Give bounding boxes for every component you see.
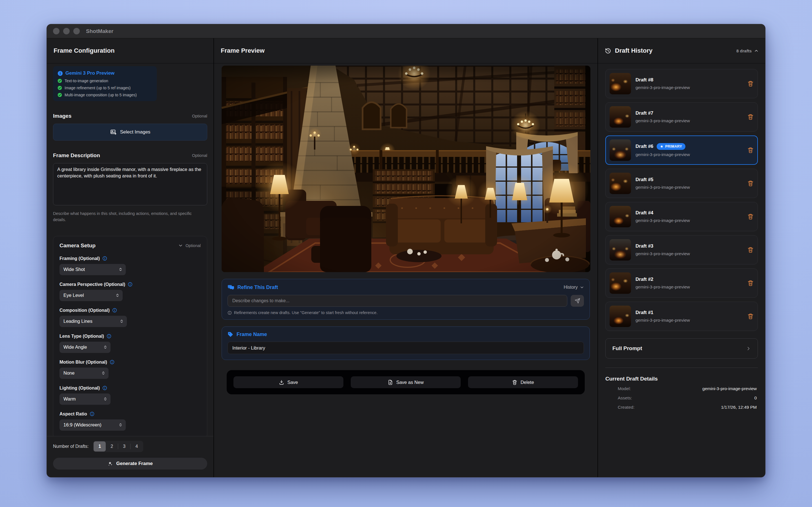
description-optional-label: Optional	[192, 153, 207, 158]
delete-draft-button[interactable]	[748, 214, 754, 220]
delete-draft-button[interactable]	[748, 280, 754, 286]
drafts-count-option-2[interactable]: 2	[106, 441, 118, 452]
detail-row-model: Model: gemini-3-pro-image-preview	[605, 386, 758, 391]
info-icon	[57, 71, 63, 76]
frame-preview-panel: Frame Preview	[214, 38, 598, 477]
draft-item-3[interactable]: Draft #3 gemini-3-pro-image-preview	[605, 235, 758, 265]
draft-item-6-selected[interactable]: Draft #6 PRIMARY gemini-3-pro-image-prev…	[605, 135, 758, 165]
chevron-down-icon	[580, 285, 584, 289]
lighting-label: Lighting (Optional)	[59, 386, 201, 391]
delete-draft-button[interactable]	[748, 313, 754, 320]
chevron-up-icon[interactable]	[754, 49, 758, 53]
up-down-chevrons-icon	[103, 397, 107, 401]
delete-draft-button[interactable]	[748, 114, 754, 120]
refine-note: Refinements create new drafts. Use "Gene…	[227, 311, 584, 315]
draft-thumbnail	[610, 305, 631, 327]
send-refinement-button[interactable]	[571, 295, 584, 307]
minimize-window-button[interactable]	[63, 28, 70, 34]
up-down-chevrons-icon	[119, 319, 124, 323]
draft-thumbnail	[610, 239, 631, 261]
motion-blur-select[interactable]: None	[59, 368, 109, 379]
sparkles-icon	[107, 461, 113, 466]
camera-setup-title: Camera Setup	[59, 242, 96, 249]
draft-item-7[interactable]: Draft #7 gemini-3-pro-image-preview	[605, 102, 758, 131]
frame-configuration-header: Frame Configuration	[47, 38, 213, 63]
model-info-card: Gemini 3 Pro Preview Text-to-image gener…	[53, 66, 157, 101]
motion-blur-label: Motion Blur (Optional)	[59, 360, 201, 365]
draft-thumbnail	[610, 73, 631, 94]
current-draft-details-title: Current Draft Details	[605, 376, 758, 382]
generate-frame-button[interactable]: Generate Frame	[53, 458, 207, 469]
framing-select[interactable]: Wide Shot	[59, 264, 126, 275]
info-icon	[128, 282, 133, 287]
composition-select[interactable]: Leading Lines	[59, 316, 127, 327]
star-icon	[660, 145, 663, 148]
framing-label: Framing (Optional)	[59, 256, 201, 261]
app-window: ShotMaker Frame Configuration Gemini 3 P…	[47, 24, 765, 477]
aspect-ratio-select[interactable]: 16:9 (Widescreen)	[59, 419, 126, 431]
delete-draft-button[interactable]	[748, 180, 754, 186]
up-down-chevrons-icon	[101, 371, 105, 375]
draft-item-1[interactable]: Draft #1 gemini-3-pro-image-preview	[605, 302, 758, 331]
check-circle-icon	[57, 78, 62, 83]
select-images-button[interactable]: Select Images	[53, 124, 207, 140]
zoom-window-button[interactable]	[73, 28, 80, 34]
chat-bubbles-icon	[227, 284, 234, 291]
frame-name-input[interactable]	[227, 342, 584, 354]
model-feature: Image refinement (up to 5 ref images)	[57, 86, 152, 90]
model-name: Gemini 3 Pro Preview	[65, 70, 114, 76]
model-feature: Multi-image composition (up to 5 images)	[57, 93, 152, 97]
close-window-button[interactable]	[53, 28, 59, 34]
full-prompt-expander[interactable]: Full Prompt	[605, 338, 758, 358]
left-panel-footer: Number of Drafts: 1 2 3 4 Generate Frame	[47, 436, 213, 477]
delete-label: Delete	[520, 380, 534, 385]
frame-configuration-panel: Frame Configuration Gemini 3 Pro Preview…	[47, 38, 214, 477]
full-prompt-label: Full Prompt	[612, 345, 642, 351]
lens-type-select[interactable]: Wide Angle	[59, 342, 110, 353]
frame-name-card: Frame Name	[221, 327, 590, 360]
model-feature: Text-to-image generation	[57, 78, 152, 83]
save-button[interactable]: Save	[234, 376, 343, 388]
info-icon	[90, 411, 94, 416]
refine-draft-card: Refine This Draft History	[221, 279, 590, 320]
window-titlebar: ShotMaker	[47, 24, 765, 38]
select-images-label: Select Images	[120, 129, 151, 135]
camera-setup-collapse[interactable]: Optional	[179, 243, 201, 248]
draft-history-panel: Draft History 8 drafts Draft #8 gemini-3…	[598, 38, 765, 477]
save-as-new-button[interactable]: Save as New	[351, 376, 461, 388]
refine-history-dropdown[interactable]: History	[564, 285, 584, 290]
check-circle-icon	[57, 86, 62, 90]
image-plus-icon	[110, 129, 117, 135]
draft-history-title: Draft History	[615, 47, 652, 54]
camera-perspective-select[interactable]: Eye Level	[59, 290, 123, 301]
draft-thumbnail	[610, 206, 631, 227]
generated-frame-image[interactable]	[221, 66, 591, 272]
frame-description-helper: Describe what happens in this shot, incl…	[53, 210, 195, 223]
delete-draft-button[interactable]	[748, 80, 754, 87]
drafts-count-option-1[interactable]: 1	[94, 441, 106, 452]
delete-draft-button[interactable]	[748, 247, 754, 253]
primary-badge: PRIMARY	[657, 143, 686, 150]
drafts-count-option-3[interactable]: 3	[118, 441, 130, 452]
draft-item-2[interactable]: Draft #2 gemini-3-pro-image-preview	[605, 269, 758, 298]
tag-icon	[227, 332, 234, 337]
drafts-count-segmented-control: 1 2 3 4	[93, 441, 143, 452]
lighting-select[interactable]: Warm	[59, 393, 110, 405]
images-optional-label: Optional	[192, 114, 207, 118]
drafts-count-option-4[interactable]: 4	[131, 441, 143, 452]
frame-description-input[interactable]: A great library inside Grimsville manor,…	[53, 163, 207, 205]
chevron-right-icon	[746, 346, 751, 351]
save-icon	[279, 380, 284, 385]
info-icon	[112, 308, 117, 313]
draft-item-4[interactable]: Draft #4 gemini-3-pro-image-preview	[605, 202, 758, 231]
info-icon	[110, 360, 114, 364]
delete-button[interactable]: Delete	[468, 376, 578, 388]
frame-description-title: Frame Description	[53, 152, 100, 159]
refine-instructions-input[interactable]	[227, 295, 567, 307]
draft-item-8[interactable]: Draft #8 gemini-3-pro-image-preview	[605, 69, 758, 98]
divider	[605, 368, 758, 368]
refine-draft-title: Refine This Draft	[238, 284, 278, 290]
delete-draft-button[interactable]	[748, 147, 754, 153]
info-icon	[102, 256, 107, 261]
draft-item-5[interactable]: Draft #5 gemini-3-pro-image-preview	[605, 169, 758, 198]
